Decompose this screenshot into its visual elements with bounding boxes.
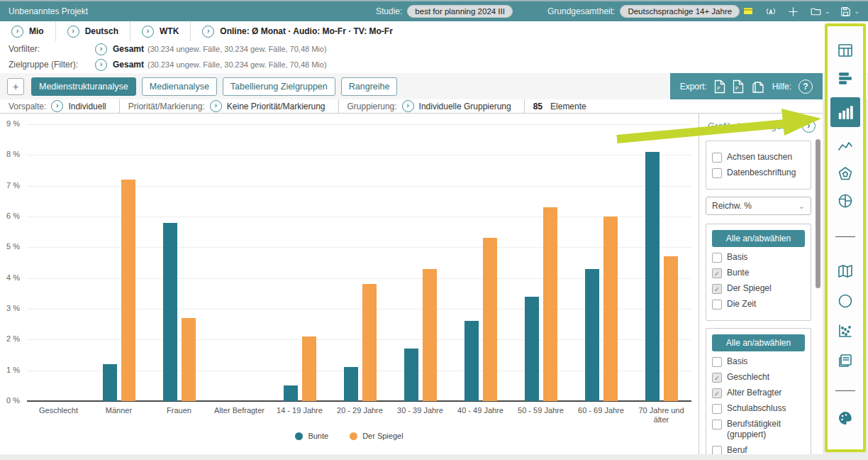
tab-medienstrukturanalyse[interactable]: Medienstrukturanalyse [31,77,136,96]
checkbox-row: Die Zeit [712,299,805,310]
checkbox-unchecked[interactable] [712,357,722,367]
report-icon[interactable] [837,352,854,369]
checkbox-checked[interactable] [712,284,722,294]
checkbox-label: Geschlecht [727,372,769,383]
line-chart-icon[interactable] [837,138,854,155]
chevron-down-icon: ⌄ [854,8,859,15]
yellow-panel-icon[interactable] [742,6,755,17]
legend-label: Bunte [308,432,328,440]
export-copy-icon[interactable] [751,80,765,94]
filter-item-1[interactable]: Deutsch [56,21,130,41]
checkbox-row: Geschlecht [712,372,805,383]
bar-vertical-icon-active[interactable] [830,97,860,127]
vorspalte-setting[interactable]: Vorspalte: Individuell [0,99,120,113]
checkbox-label: Schulabschluss [727,403,786,414]
chevron-down-icon: ⌄ [799,202,805,211]
elements-count-label: Elemente [550,102,586,111]
checkbox-checked[interactable] [712,388,722,398]
save-icon[interactable]: ⌄ [840,6,859,18]
pie-chart-icon[interactable] [837,192,854,209]
filter-item-3[interactable]: Online: Ø Monat · Audio: Mo-Fr · TV: Mo-… [191,21,404,41]
y-tick-label: 6 % [0,212,20,220]
checkbox-row: Berufstätigkeit (gruppiert) [712,419,805,440]
bar-der-spiegel-4 [302,336,316,401]
y-tick-label: 9 % [0,119,20,128]
chart-type-sidebar [825,23,866,452]
y-tick-label: 4 % [0,273,20,282]
checkbox-unchecked[interactable] [712,253,722,263]
export-ppt-icon[interactable]: P [714,80,725,94]
chevron-circle-icon [202,26,214,38]
gridline [27,155,691,155]
checkbox-label: Basis [727,252,747,263]
y-tick-label: 8 % [0,150,20,158]
checkbox-unchecked[interactable] [712,168,722,178]
population-value-pill[interactable]: Deutschsprachige 14+ Jahre [620,5,740,18]
target-group-value[interactable]: Gesamt [113,60,144,70]
bar-bunte-8 [525,297,539,401]
tab-medienanalyse[interactable]: Medienanalyse [142,77,217,96]
y-tick-label: 2 % [0,334,20,343]
export-pdf-icon[interactable]: P [733,80,744,94]
sidebar-divider [835,390,855,391]
checkbox-unchecked[interactable] [712,420,722,429]
bar-der-spiegel-10 [664,256,678,401]
select-all-button[interactable]: Alle an/abwählen [712,230,805,247]
tab-tabellierung-zielgruppen[interactable]: Tabellierung Zielgruppen [223,77,335,96]
export-toolbar: Export: PP Hilfe: ? [670,73,823,99]
sidebar-divider [835,236,855,237]
checkbox-checked[interactable] [712,268,722,278]
x-category-label: Alter Befragter [209,406,269,415]
map-icon[interactable] [837,263,854,280]
grouping-setting[interactable]: Gruppierung: Individuelle Gruppierung [339,99,525,113]
bubble-chart-icon[interactable] [837,292,854,310]
filter-item-2[interactable]: WTK [130,21,191,41]
chevron-circle-icon[interactable] [95,59,107,71]
checkbox-checked[interactable] [712,373,722,383]
checkbox-unchecked[interactable] [712,300,722,310]
checkbox-row: Achsen tauschen [712,152,805,163]
scatter-plot-icon[interactable] [837,322,854,339]
bar-der-spiegel-9 [603,217,618,401]
analysis-tab-bar: + MedienstrukturanalyseMedienanalyseTabe… [0,73,868,99]
chevron-circle-icon[interactable] [95,43,107,55]
y-tick-label: 7 % [0,181,20,190]
legend-item-bunte: Bunte [295,432,328,440]
filter-item-0[interactable]: Mio [0,21,56,41]
checkbox-label: Bunte [727,268,749,278]
checkbox-unchecked[interactable] [712,404,722,414]
legend-item-der-spiegel: Der Spiegel [350,432,403,440]
antenna-icon[interactable] [764,5,777,18]
table-icon[interactable] [837,42,854,59]
checkbox-row: Datenbeschriftung [712,168,805,178]
metric-dropdown[interactable]: Reichw. % ⌄ [706,197,811,215]
filter-item-label: Deutsch [85,26,118,36]
svg-text:P: P [717,86,720,91]
prefilter-row: Vorfilter: Gesamt (30.234 ungew. Fälle, … [0,41,868,57]
checkbox-unchecked[interactable] [712,153,722,163]
priority-setting[interactable]: Priorität/Markierung: Keine Priorität/Ma… [120,99,339,113]
x-category-label: 40 - 49 Jahre [450,406,511,415]
filter-item-label: Online: Ø Monat · Audio: Mo-Fr · TV: Mo-… [220,26,393,36]
bar-horizontal-icon[interactable] [837,70,854,87]
x-category-label: 70 Jahre und älter [631,406,691,425]
panel-scrollbar-thumb[interactable] [816,139,820,288]
chart-settings-panel: Grafikeinstellungen Achsen tauschenDaten… [699,114,823,454]
add-icon[interactable] [787,6,799,18]
radar-chart-icon[interactable] [837,165,854,182]
settings-panel-title: Grafikeinstellungen [708,121,786,131]
checkbox-unchecked[interactable] [712,446,722,454]
filter-info-rows: Vorfilter: Gesamt (30.234 ungew. Fälle, … [0,41,868,74]
export-icons: PP [714,80,765,94]
open-folder-icon[interactable]: ⌄ [809,6,830,18]
tab-rangreihe[interactable]: Rangreihe [341,77,398,96]
add-analysis-button[interactable]: + [7,78,24,95]
collapse-panel-icon[interactable] [802,119,816,133]
study-value-pill[interactable]: best for planning 2024 III [407,5,513,18]
checkbox-row: Der Spiegel [712,283,805,294]
select-all-button[interactable]: Alle an/abwählen [712,334,805,351]
prefilter-value[interactable]: Gesamt [113,44,144,54]
palette-icon[interactable] [837,410,854,427]
help-icon[interactable]: ? [799,80,813,94]
y-tick-label: 1 % [0,366,20,374]
